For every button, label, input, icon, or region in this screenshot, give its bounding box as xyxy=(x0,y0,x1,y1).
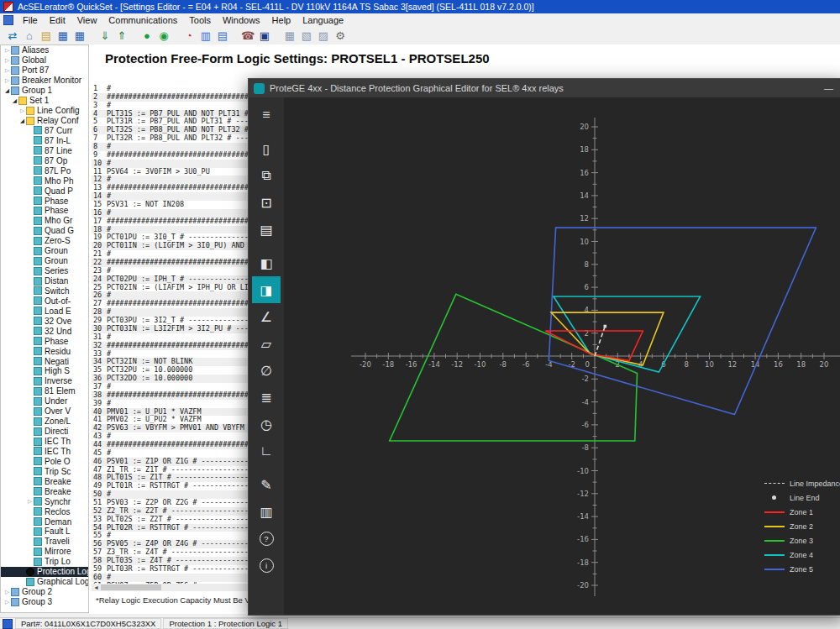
expander-icon[interactable]: ▷ xyxy=(3,589,11,595)
mdi-child-icon[interactable] xyxy=(3,15,13,25)
source-impedance-icon[interactable]: ≣ xyxy=(252,384,281,411)
tree-item-32-und[interactable]: 32 Und xyxy=(1,326,88,336)
tree-item-87-in-l[interactable]: 87 In-L xyxy=(1,135,88,145)
timer-icon[interactable]: ◷ xyxy=(252,411,281,438)
tree-item-series[interactable]: Series xyxy=(1,266,88,276)
expander-icon[interactable]: ▷ xyxy=(3,77,11,84)
tree-item-over-v[interactable]: Over V xyxy=(1,406,88,417)
tree-item-group-3[interactable]: ▷Group 3 xyxy=(1,597,88,607)
quad-zone-icon[interactable]: ▱ xyxy=(252,330,281,357)
tree-item-group-1[interactable]: ◢Group 1 xyxy=(1,86,88,96)
tree-item-mirrore[interactable]: Mirrore xyxy=(1,547,88,557)
tree-item-trip-lo[interactable]: Trip Lo xyxy=(1,557,88,567)
connect-icon[interactable]: ● xyxy=(139,29,155,44)
tree-item-zero-s[interactable]: Zero-S xyxy=(1,236,88,246)
expander-icon[interactable]: ◢ xyxy=(3,87,11,94)
tree-item-switch[interactable]: Switch xyxy=(1,286,88,296)
edit-zones-icon[interactable]: ✎ xyxy=(252,471,281,498)
menu-icon[interactable]: ≡ xyxy=(252,102,281,128)
expander-icon[interactable]: ◢ xyxy=(11,97,18,104)
expander-icon[interactable]: ▷ xyxy=(3,67,11,74)
tree-item-graphical-logi[interactable]: Graphical Logi xyxy=(1,577,88,587)
layout-icon[interactable]: ▨ xyxy=(315,29,332,44)
tree-item-87-curr[interactable]: 87 Curr xyxy=(1,126,88,136)
scroll-thumb[interactable] xyxy=(101,584,161,590)
scroll-left-arrow-icon[interactable]: ◂ xyxy=(92,584,101,591)
tree-item-trip-sc[interactable]: Trip Sc xyxy=(1,466,88,476)
menu-language[interactable]: Language xyxy=(297,15,349,25)
save-icon[interactable]: ▦ xyxy=(55,29,71,44)
minimize-button[interactable]: — xyxy=(824,83,833,93)
menu-help[interactable]: Help xyxy=(266,15,297,25)
tree-item-87l-po[interactable]: 87L Po xyxy=(1,165,88,176)
menu-communications[interactable]: Communications xyxy=(102,15,183,25)
phasor-angle-icon[interactable]: ∠ xyxy=(252,303,281,330)
menu-view[interactable]: View xyxy=(71,15,103,25)
expander-icon[interactable]: ▷ xyxy=(18,107,26,114)
tree-item-phase[interactable]: Phase xyxy=(1,206,88,216)
control-window-icon[interactable]: ▥ xyxy=(197,29,214,44)
design-template-icon[interactable]: ▧ xyxy=(298,29,315,44)
tree-item-line-config[interactable]: ▷Line Config xyxy=(1,106,88,116)
titlebar[interactable]: AcSELerator® QuickSet - [Settings Editor… xyxy=(0,0,840,13)
tree-item-pole-o[interactable]: Pole O xyxy=(1,456,88,466)
expander-icon[interactable]: ▷ xyxy=(3,57,11,64)
home-icon[interactable]: ⌂ xyxy=(21,29,38,44)
tree-item-relay-conf[interactable]: ◢Relay Conf xyxy=(1,116,88,126)
tree-item-iec-th[interactable]: IEC Th xyxy=(1,437,88,447)
menu-file[interactable]: File xyxy=(17,15,44,25)
tree-item-breake[interactable]: Breake xyxy=(1,486,88,496)
print-icon[interactable]: ▤ xyxy=(252,216,281,243)
menu-tools[interactable]: Tools xyxy=(183,15,217,25)
tree-item-breaker-monitor[interactable]: ▷Breaker Monitor xyxy=(1,76,88,86)
line-end-marker[interactable] xyxy=(604,325,607,328)
info-icon[interactable]: i xyxy=(252,552,281,579)
disconnect-icon[interactable]: ◉ xyxy=(155,29,172,44)
hmi-icon[interactable]: ▦ xyxy=(281,29,298,44)
copy-page-icon[interactable]: ⧉ xyxy=(252,162,281,189)
tree-item-87-op[interactable]: 87 Op xyxy=(1,155,88,165)
tree-item-residu[interactable]: Residu xyxy=(1,346,88,356)
tree-item-quad-g[interactable]: Quad G xyxy=(1,226,88,236)
quad-plane-icon[interactable]: ◨ xyxy=(252,276,281,303)
tree-item-mho-ph[interactable]: Mho Ph xyxy=(1,176,88,186)
tree-item-phase[interactable]: Phase xyxy=(1,196,88,206)
tree-item-load-e[interactable]: Load E xyxy=(1,306,88,316)
zone-5-polygon[interactable] xyxy=(549,228,816,415)
tree-item-zone-l[interactable]: Zone/L xyxy=(1,417,88,427)
phone-modem-icon[interactable]: ☎ xyxy=(239,29,256,44)
tree-item-breake[interactable]: Breake xyxy=(1,476,88,486)
tree-item-mho-gr[interactable]: Mho Gr xyxy=(1,216,88,226)
tree-item-directi[interactable]: Directi xyxy=(1,427,88,437)
tree-item-global[interactable]: ▷Global xyxy=(1,55,88,66)
help-icon[interactable]: ? xyxy=(252,525,281,552)
menu-edit[interactable]: Edit xyxy=(44,15,71,25)
tree-item-inverse[interactable]: Inverse xyxy=(1,376,88,386)
events-icon[interactable]: ▤ xyxy=(214,29,231,44)
expander-icon[interactable]: ▷ xyxy=(26,498,34,505)
terminal-icon[interactable]: ▣ xyxy=(256,29,273,44)
notebook-icon[interactable]: ▤ xyxy=(38,29,55,44)
snapshot-icon[interactable]: ⊡ xyxy=(252,189,281,216)
tree-item-phase[interactable]: Phase xyxy=(1,336,88,346)
tree-item-iec-th[interactable]: IEC Th xyxy=(1,447,88,457)
tree-item-32-ove[interactable]: 32 Ove xyxy=(1,316,88,326)
tree-item-groun[interactable]: Groun xyxy=(1,256,88,266)
tree-item-group-2[interactable]: ▷Group 2 xyxy=(1,587,88,597)
characteristic-curve-icon[interactable]: ∟ xyxy=(252,438,281,464)
impedance-plane[interactable]: -20-20-18-18-16-16-14-14-12-12-10-10-8-8… xyxy=(284,97,840,615)
protege-titlebar[interactable]: ProteGE 4xx - Distance Protection Graphi… xyxy=(249,79,840,97)
tree-item-fault-l[interactable]: Fault L xyxy=(1,527,88,537)
tree-item-groun[interactable]: Groun xyxy=(1,246,88,256)
tree-item-87-line[interactable]: 87 Line xyxy=(1,145,88,155)
tree-item-reclos[interactable]: Reclos xyxy=(1,506,88,516)
tree-item-deman[interactable]: Deman xyxy=(1,516,88,527)
tree-item-distan[interactable]: Distan xyxy=(1,276,88,286)
tree-item-traveli[interactable]: Traveli xyxy=(1,537,88,547)
tree-item-high-s[interactable]: High S xyxy=(1,366,88,376)
report-icon[interactable]: ▥ xyxy=(252,498,281,525)
meter-icon[interactable]: ◔ xyxy=(181,29,197,44)
tree-item-synchr[interactable]: ▷Synchr xyxy=(1,496,88,506)
read-settings-icon[interactable]: ⇓ xyxy=(97,29,113,44)
tree-item-set-1[interactable]: ◢Set 1 xyxy=(1,96,88,106)
